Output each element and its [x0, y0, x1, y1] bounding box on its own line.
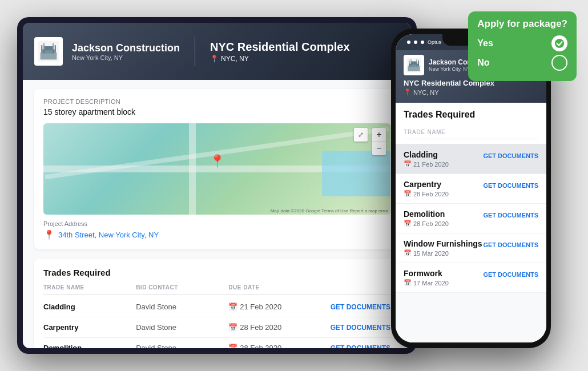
- calendar-icon: 📅: [228, 344, 237, 348]
- apply-no-icon[interactable]: [551, 55, 567, 71]
- calendar-icon: 📅: [404, 160, 412, 168]
- phone-body[interactable]: Trades Required TRADE NAME Cladding 📅21 …: [396, 103, 546, 342]
- map-location-pin: 📍: [210, 154, 225, 169]
- svg-rect-8: [53, 43, 54, 54]
- get-documents-button[interactable]: GET DOCUMENTS: [321, 303, 390, 311]
- phone-trade-row: Carpentry 📅28 Feb 2020 GET DOCUMENTS: [396, 174, 546, 204]
- tablet-company-name: Jackson Construction: [72, 42, 180, 54]
- table-row: Carpentry David Stone 📅28 Feb 2020 GET D…: [43, 317, 390, 338]
- phone-carrier: Optus: [428, 39, 441, 45]
- phone-trades-title: Trades Required: [404, 110, 538, 120]
- svg-rect-13: [409, 61, 409, 66]
- trade-date-cell: 📅21 Feb 2020: [228, 303, 321, 311]
- project-address: 📍 34th Street, New York City, NY: [43, 229, 390, 240]
- phone-trade-name-label: TRADE NAME: [404, 126, 538, 139]
- address-label: Project Address: [43, 220, 87, 227]
- trades-table-headers: TRADE NAME BID CONTACT DUE DATE: [43, 284, 390, 295]
- phone-trade-row: Cladding 📅21 Feb 2020 GET DOCUMENTS: [396, 144, 546, 174]
- address-pin-icon: 📍: [43, 229, 55, 240]
- map-zoom-in-button[interactable]: +: [372, 128, 386, 142]
- phone-get-documents-button[interactable]: GET DOCUMENTS: [483, 182, 538, 189]
- tablet-body[interactable]: Project Description 15 storey apartment …: [23, 80, 411, 348]
- phone-trade-row: Demolition 📅28 Feb 2020 GET DOCUMENTS: [396, 204, 546, 233]
- tablet-screen: Jackson Construction New York City, NY N…: [23, 23, 411, 348]
- map-fullscreen-button[interactable]: ⤢: [354, 128, 368, 142]
- svg-rect-2: [41, 53, 57, 60]
- svg-rect-4: [45, 46, 53, 50]
- trades-required-title: Trades Required: [43, 268, 390, 277]
- phone-get-documents-button[interactable]: GET DOCUMENTS: [483, 241, 538, 248]
- phone-trade-name: Cladding: [404, 150, 449, 159]
- trade-name-cell: Cladding: [43, 303, 136, 311]
- col-bid-contact: BID CONTACT: [136, 284, 228, 291]
- apply-yes-label: Yes: [477, 38, 493, 49]
- phone-get-documents-button[interactable]: GET DOCUMENTS: [483, 152, 538, 159]
- col-due-date: DUE DATE: [228, 284, 321, 291]
- trade-name-cell: Demolition: [43, 344, 136, 348]
- calendar-icon: 📅: [404, 249, 412, 257]
- tablet-company-location: New York City, NY: [72, 54, 180, 61]
- phone-trade-date: 📅28 Feb 2020: [404, 190, 449, 197]
- get-documents-button[interactable]: GET DOCUMENTS: [321, 324, 390, 332]
- phone-pin-icon: 📍: [404, 88, 412, 96]
- table-row: Cladding David Stone 📅21 Feb 2020 GET DO…: [43, 297, 390, 317]
- project-map: 📍 ⤢ + − Map data ©2020 Google Terms of U…: [43, 123, 390, 215]
- trades-table: TRADE NAME BID CONTACT DUE DATE Cladding…: [43, 284, 390, 348]
- tablet-company-info: Jackson Construction New York City, NY: [72, 42, 180, 61]
- apply-yes-icon[interactable]: [551, 35, 567, 51]
- col-trade-name: TRADE NAME: [43, 284, 136, 291]
- phone-trade-info: Carpentry 📅28 Feb 2020: [404, 180, 449, 197]
- project-description-label: Project Description: [43, 98, 390, 105]
- phone-trade-date: 📅21 Feb 2020: [404, 160, 449, 168]
- col-action: [321, 284, 390, 291]
- project-description-card: Project Description 15 storey apartment …: [34, 89, 400, 249]
- apply-badge-title: Apply for package?: [477, 18, 567, 30]
- project-address-row: Project Address: [43, 220, 390, 227]
- apply-yes-option[interactable]: Yes: [477, 35, 567, 51]
- phone-project-location: 📍 NYC, NY: [404, 88, 538, 96]
- tablet-project-info: NYC Residential Complex 📍 NYC, NY: [210, 41, 350, 63]
- svg-rect-5: [41, 45, 42, 53]
- phone-trade-date: 📅15 Mar 2020: [404, 249, 482, 257]
- tablet-project-location: 📍 NYC, NY: [210, 55, 350, 63]
- trades-table-body: Cladding David Stone 📅21 Feb 2020 GET DO…: [43, 297, 390, 348]
- phone-trade-info: Window Furnishings 📅15 Mar 2020: [404, 239, 482, 257]
- calendar-icon: 📅: [228, 323, 237, 332]
- calendar-icon: 📅: [228, 303, 237, 311]
- trade-name-cell: Carpentry: [43, 323, 136, 332]
- phone-trade-name: Demolition: [404, 209, 449, 219]
- map-zoom-out-button[interactable]: −: [372, 142, 386, 155]
- phone-trades-section: Trades Required TRADE NAME: [396, 103, 546, 144]
- tablet-project-name: NYC Residential Complex: [210, 41, 350, 54]
- phone-get-documents-button[interactable]: GET DOCUMENTS: [483, 212, 538, 219]
- phone-trade-date: 📅28 Feb 2020: [404, 220, 449, 227]
- trades-required-card: Trades Required TRADE NAME BID CONTACT D…: [34, 259, 400, 348]
- trade-date-cell: 📅28 Feb 2020: [228, 344, 321, 348]
- calendar-icon: 📅: [404, 220, 412, 227]
- apply-no-option[interactable]: No: [477, 55, 567, 71]
- phone-company-logo: [404, 55, 424, 75]
- phone-trades-list: Cladding 📅21 Feb 2020 GET DOCUMENTS Carp…: [396, 144, 546, 293]
- phone-trade-name: Carpentry: [404, 180, 449, 189]
- project-address-text: 34th Street, New York City, NY: [58, 231, 159, 239]
- apply-no-label: No: [477, 58, 489, 68]
- table-row: Demolition David Stone 📅28 Feb 2020 GET …: [43, 338, 390, 348]
- tablet-header-divider: [195, 37, 195, 66]
- svg-rect-15: [410, 59, 411, 66]
- calendar-icon: 📅: [404, 279, 412, 287]
- phone-trade-row: Formwork 📅17 Mar 2020 GET DOCUMENTS: [396, 263, 546, 293]
- tablet-header: Jackson Construction New York City, NY N…: [23, 23, 411, 80]
- svg-rect-6: [55, 45, 56, 53]
- phone-trade-name: Window Furnishings: [404, 239, 482, 248]
- svg-rect-14: [418, 61, 419, 66]
- svg-rect-12: [411, 62, 417, 65]
- signal-dot-2: [414, 41, 417, 44]
- svg-rect-16: [416, 59, 417, 66]
- phone-trade-name: Formwork: [404, 269, 449, 278]
- apply-badge: Apply for package? Yes No: [468, 11, 577, 81]
- phone-get-documents-button[interactable]: GET DOCUMENTS: [483, 271, 538, 278]
- tablet-device: Jackson Construction New York City, NY N…: [17, 17, 417, 354]
- pin-icon: 📍: [210, 55, 219, 63]
- map-zoom-controls: + −: [372, 128, 386, 155]
- get-documents-button[interactable]: GET DOCUMENTS: [321, 344, 390, 349]
